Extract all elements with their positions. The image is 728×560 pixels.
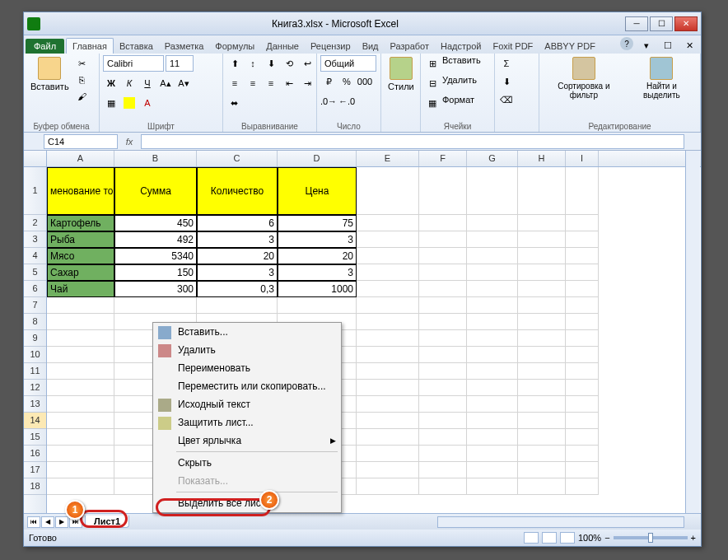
column-header[interactable]: E xyxy=(357,151,419,166)
cell[interactable]: 5340 xyxy=(114,248,197,264)
close-button[interactable]: ✕ xyxy=(674,16,698,31)
row-header[interactable]: 2 xyxy=(24,215,46,231)
cell[interactable]: Рыба xyxy=(47,231,114,248)
prev-sheet-button[interactable]: ◀ xyxy=(41,516,54,528)
cell[interactable] xyxy=(518,297,566,314)
cell[interactable] xyxy=(467,330,518,347)
row-header[interactable]: 4 xyxy=(24,248,46,264)
cell[interactable] xyxy=(357,297,419,314)
cell[interactable] xyxy=(518,347,566,363)
clear-button[interactable]: ⌫ xyxy=(498,91,515,108)
cell[interactable] xyxy=(566,363,599,380)
context-menu-item[interactable]: Удалить xyxy=(153,341,341,359)
cell[interactable] xyxy=(467,167,518,215)
select-all-corner[interactable] xyxy=(24,151,47,166)
column-header[interactable]: A xyxy=(47,151,114,166)
context-menu-item[interactable]: Переместить или скопировать... xyxy=(153,377,341,395)
cell[interactable] xyxy=(518,478,566,495)
cell[interactable] xyxy=(467,281,518,297)
merge-button[interactable]: ⬌ xyxy=(226,95,242,111)
context-menu-item[interactable]: Защитить лист... xyxy=(153,413,341,432)
cell[interactable] xyxy=(518,330,566,347)
cell[interactable]: 300 xyxy=(114,281,197,297)
vertical-scrollbar[interactable] xyxy=(685,151,700,513)
row-header[interactable]: 15 xyxy=(24,429,46,446)
cell[interactable] xyxy=(357,462,419,478)
tab-abbyy[interactable]: ABBYY PDF xyxy=(539,39,601,54)
cell[interactable]: 3 xyxy=(278,231,357,248)
cell[interactable] xyxy=(357,347,419,363)
cell[interactable] xyxy=(566,215,599,231)
cell[interactable] xyxy=(518,380,566,396)
format-cells-button[interactable]: Формат xyxy=(442,95,474,111)
cell[interactable]: 492 xyxy=(114,231,197,248)
cell[interactable] xyxy=(419,248,467,264)
row-header[interactable]: 9 xyxy=(24,330,46,347)
cell[interactable] xyxy=(518,167,566,215)
row-header[interactable]: 18 xyxy=(24,478,46,495)
align-top-button[interactable]: ⬆ xyxy=(226,55,243,72)
cell[interactable] xyxy=(467,297,518,314)
cell[interactable] xyxy=(357,281,419,297)
row-header[interactable]: 1 xyxy=(24,167,46,215)
cell[interactable] xyxy=(467,380,518,396)
cell[interactable] xyxy=(419,380,467,396)
insert-cells-button[interactable]: Вставить xyxy=(442,55,481,72)
ribbon-minimize-button[interactable]: ▾ xyxy=(638,37,655,54)
cell[interactable] xyxy=(566,231,599,248)
row-header[interactable]: 14 xyxy=(24,413,46,429)
cell[interactable]: 20 xyxy=(278,248,357,264)
cell[interactable]: 1000 xyxy=(278,281,357,297)
cell[interactable] xyxy=(419,231,467,248)
column-header[interactable]: I xyxy=(566,151,599,166)
styles-button[interactable]: Стили xyxy=(385,55,418,93)
cell[interactable] xyxy=(419,330,467,347)
row-header[interactable]: 11 xyxy=(24,363,46,380)
cell[interactable] xyxy=(467,478,518,495)
cell[interactable] xyxy=(467,314,518,330)
font-size-select[interactable]: 11 xyxy=(166,55,194,72)
cell[interactable] xyxy=(518,314,566,330)
wrap-text-button[interactable]: ↩ xyxy=(299,55,315,72)
cell[interactable]: 450 xyxy=(114,215,197,231)
cell[interactable]: 0,3 xyxy=(197,281,278,297)
cell[interactable] xyxy=(566,462,599,478)
cell[interactable] xyxy=(467,248,518,264)
cell[interactable] xyxy=(419,363,467,380)
cell[interactable] xyxy=(47,330,114,347)
cell[interactable] xyxy=(518,231,566,248)
shrink-font-button[interactable]: A▾ xyxy=(175,75,192,91)
tab-developer[interactable]: Разработ xyxy=(385,39,435,54)
delete-cells-button[interactable]: Удалить xyxy=(442,75,477,91)
row-header[interactable]: 5 xyxy=(24,264,46,281)
row-header[interactable]: 7 xyxy=(24,297,46,314)
cell[interactable] xyxy=(467,446,518,462)
zoom-out-button[interactable]: − xyxy=(604,533,609,543)
fx-icon[interactable]: fx xyxy=(121,137,138,147)
cell[interactable] xyxy=(518,215,566,231)
cell[interactable] xyxy=(518,396,566,413)
cell[interactable] xyxy=(47,478,114,495)
cell[interactable] xyxy=(419,264,467,281)
cell[interactable] xyxy=(419,297,467,314)
cell[interactable] xyxy=(566,429,599,446)
tab-layout[interactable]: Разметка xyxy=(159,39,210,54)
row-header[interactable]: 8 xyxy=(24,314,46,330)
align-right-button[interactable]: ≡ xyxy=(263,75,279,91)
cell[interactable] xyxy=(357,413,419,429)
comma-button[interactable]: 000 xyxy=(357,73,373,90)
cell[interactable]: 3 xyxy=(197,231,278,248)
cell[interactable] xyxy=(357,330,419,347)
context-menu-item[interactable]: Цвет ярлычка▶ xyxy=(153,432,341,450)
align-bottom-button[interactable]: ⬇ xyxy=(263,55,279,72)
horizontal-scrollbar[interactable] xyxy=(437,516,684,528)
cell[interactable] xyxy=(518,462,566,478)
cell[interactable] xyxy=(566,330,599,347)
tab-view[interactable]: Вид xyxy=(357,39,385,54)
decrease-indent-button[interactable]: ⇤ xyxy=(281,75,297,91)
cell[interactable] xyxy=(47,446,114,462)
column-header[interactable]: G xyxy=(467,151,518,166)
restore-inner-button[interactable]: ☐ xyxy=(660,37,676,54)
currency-button[interactable]: ₽ xyxy=(320,73,337,90)
increase-indent-button[interactable]: ⇥ xyxy=(299,75,315,91)
